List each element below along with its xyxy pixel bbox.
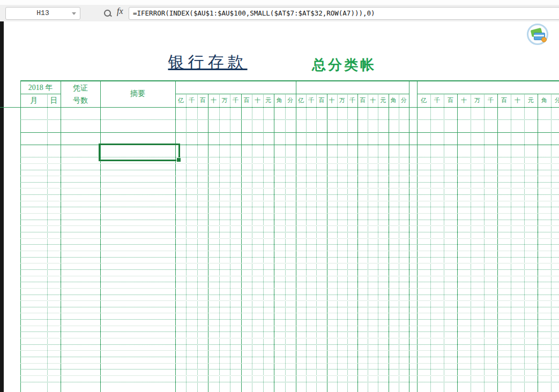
sheet-area[interactable]: 银行存款 总分类帐 亿千百十万千百十元角分亿千百十万千百十元角分亿千百十万千百十… [0,21,559,392]
grid-line-horizontal [20,307,559,307]
grid-line-vertical [241,94,242,392]
grid-line-vertical [285,94,286,392]
grid-line-horizontal [20,319,559,320]
digit-label[interactable]: 万 [471,94,484,107]
grid-line-horizontal [20,119,559,120]
grid-line-vertical [47,94,48,392]
grid-line-horizontal [20,375,559,376]
digit-label[interactable]: 分 [399,94,409,107]
grid-line-vertical [263,94,264,392]
grid-line-horizontal [20,350,559,351]
grid-line-vertical [378,94,378,392]
grid-line-vertical [497,94,498,392]
header-summary[interactable]: 摘要 [100,87,175,101]
grid-line-horizontal [20,201,559,201]
digit-label[interactable]: 十 [327,94,337,107]
digit-label[interactable]: 万 [219,94,230,107]
digit-label[interactable]: 百 [444,94,457,107]
digit-label[interactable]: 百 [316,94,326,107]
digit-label[interactable]: 百 [241,94,252,107]
grid-line-horizontal [417,94,559,94]
grid-line-vertical [357,94,358,392]
grid-line-horizontal [20,207,559,207]
grid-line-horizontal [20,338,559,338]
grid-line-horizontal [20,276,559,276]
digit-label[interactable]: 亿 [175,94,186,107]
digit-label[interactable]: 千 [186,94,197,107]
grid-line-vertical [337,94,338,392]
grid-line-vertical [417,80,418,392]
grid-line-horizontal [20,182,559,183]
grid-line-vertical [399,94,399,392]
digit-label[interactable]: 十 [252,94,263,107]
digit-label[interactable]: 亿 [296,94,306,107]
digit-label[interactable]: 亿 [417,94,430,107]
digit-label[interactable]: 分 [551,94,559,107]
digit-label[interactable]: 角 [274,94,285,107]
grid-line-vertical [327,94,327,392]
header-month[interactable]: 月 [20,94,47,107]
grid-line-vertical [444,94,444,392]
grid-line-vertical [175,80,176,392]
grid-line-horizontal [20,220,559,220]
grid-line-horizontal [20,300,559,301]
digit-label[interactable]: 千 [484,94,497,107]
header-voucher[interactable]: 号数 [61,94,100,107]
digit-label[interactable]: 十 [208,94,219,107]
grid-line-horizontal [20,194,559,195]
grid-line-vertical [538,94,538,392]
active-cell-selection[interactable] [99,144,180,161]
grid-line-horizontal [20,269,559,270]
digit-label[interactable]: 万 [337,94,347,107]
digit-label[interactable]: 角 [389,94,399,107]
grid-line-horizontal [20,263,559,263]
grid-line-vertical [186,94,187,392]
digit-label[interactable]: 千 [347,94,357,107]
digit-label[interactable]: 元 [263,94,274,107]
grid-line-vertical [457,94,458,392]
digit-label[interactable]: 元 [378,94,388,107]
grid-line-horizontal [20,282,559,282]
digit-label[interactable]: 分 [285,94,296,107]
grid-line-horizontal [20,232,559,232]
grid-line-horizontal [175,94,409,94]
digit-label[interactable]: 十 [511,94,524,107]
digit-label[interactable]: 元 [524,94,538,107]
grid-line-horizontal [20,251,559,251]
grid-line-vertical [484,94,485,392]
grid-line-horizontal [20,188,559,189]
grid-line-horizontal [20,132,559,133]
digit-label[interactable]: 十 [457,94,471,107]
digit-label[interactable]: 百 [357,94,368,107]
digit-label[interactable]: 千 [430,94,444,107]
digit-label[interactable]: 百 [497,94,511,107]
grid-line-vertical [306,94,307,392]
grid-line-horizontal [20,213,559,214]
digit-label[interactable]: 角 [538,94,551,107]
grid-line-horizontal [20,313,559,313]
digit-label[interactable]: 百 [197,94,208,107]
header-year[interactable]: 2018 年 [20,81,61,94]
header-day[interactable]: 日 [47,94,61,107]
grid-line-vertical [20,80,21,392]
header-voucher[interactable]: 凭证 [61,82,100,94]
grid-line-vertical [274,94,274,392]
grid-line-vertical [347,94,348,392]
digit-label[interactable]: 十 [368,94,378,107]
grid-line-vertical [100,80,101,392]
grid-line-vertical [430,94,431,392]
grid-line-horizontal [20,238,559,239]
grid-line-horizontal [20,80,559,81]
grid-line-vertical [389,94,389,392]
grid-line-vertical [230,94,230,392]
grid-line-vertical [252,94,252,392]
digit-label[interactable]: 千 [306,94,316,107]
digit-label[interactable]: 千 [230,94,241,107]
grid-line-vertical [208,94,208,392]
grid-line-vertical [316,94,317,392]
grid-line-vertical [296,80,296,392]
grid-line-horizontal [20,170,559,170]
grid-line-horizontal [0,107,559,108]
fill-handle[interactable] [176,157,181,162]
grid-line-vertical [368,94,368,392]
